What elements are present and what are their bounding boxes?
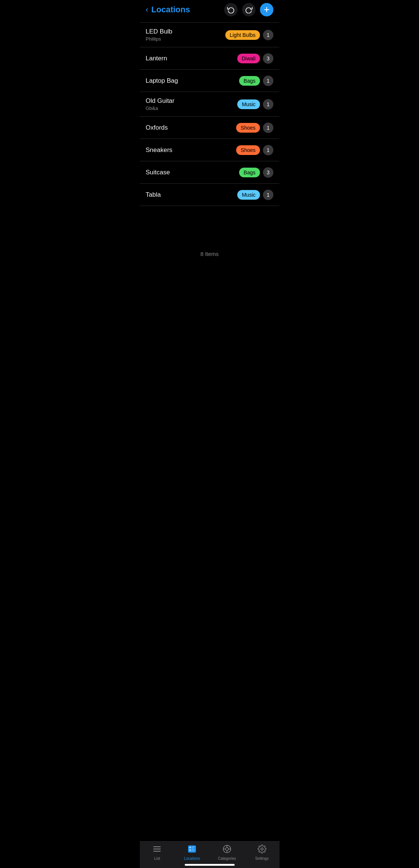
item-subtitle: Phillips [146, 36, 225, 42]
count-badge: 1 [263, 190, 273, 200]
item-info-6: Suitcase [146, 169, 239, 176]
items-count-label: 8 Items [140, 243, 279, 264]
item-info-1: Lantern [146, 55, 237, 62]
count-badge: 3 [263, 167, 273, 178]
count-badge: 1 [263, 99, 273, 110]
item-right: Diwali3 [237, 53, 273, 64]
item-name: LED Bulb [146, 28, 172, 35]
category-badge: Light Bulbs [225, 30, 260, 40]
item-right: Shoes1 [236, 123, 273, 133]
items-list: LED BulbPhillipsLight Bulbs1LanternDiwal… [140, 22, 279, 243]
redo-icon [245, 6, 253, 13]
item-right: Music1 [237, 99, 273, 110]
category-badge: Shoes [236, 145, 260, 155]
count-badge: 1 [263, 123, 273, 133]
item-info-5: Sneakers [146, 146, 236, 154]
item-right: Shoes1 [236, 145, 273, 155]
list-item[interactable]: LanternDiwali3 [140, 47, 279, 70]
category-badge: Music [237, 190, 260, 200]
list-item[interactable]: Old GuitarGb&aMusic1 [140, 92, 279, 117]
list-item[interactable]: SuitcaseBags3 [140, 161, 279, 184]
page-title: Locations [151, 5, 190, 15]
item-name: Tabla [146, 191, 161, 198]
list-item[interactable]: TablaMusic1 [140, 184, 279, 206]
count-badge: 1 [263, 76, 273, 86]
item-name: Lantern [146, 55, 167, 62]
item-right: Light Bulbs1 [225, 30, 273, 40]
redo-button[interactable] [242, 3, 255, 16]
list-item[interactable]: LED BulbPhillipsLight Bulbs1 [140, 22, 279, 47]
add-button[interactable] [260, 3, 273, 16]
category-badge: Diwali [237, 54, 260, 63]
header-actions [224, 3, 273, 16]
item-right: Music1 [237, 190, 273, 200]
item-name: Sneakers [146, 146, 172, 153]
header-left: ‹ Locations [146, 5, 190, 15]
item-info-0: LED BulbPhillips [146, 28, 225, 42]
category-badge: Bags [239, 76, 260, 86]
item-right: Bags3 [239, 167, 273, 178]
item-right: Bags1 [239, 76, 273, 86]
item-name: Laptop Bag [146, 77, 178, 84]
list-item[interactable]: OxfordsShoes1 [140, 117, 279, 139]
category-badge: Bags [239, 168, 260, 177]
item-name: Old Guitar [146, 97, 174, 104]
app-header: ‹ Locations [140, 0, 279, 22]
list-item[interactable]: SneakersShoes1 [140, 139, 279, 161]
item-name: Oxfords [146, 124, 168, 131]
undo-icon [227, 6, 235, 13]
category-badge: Shoes [236, 123, 260, 133]
item-name: Suitcase [146, 169, 170, 176]
undo-button[interactable] [224, 3, 238, 16]
list-item[interactable]: Laptop BagBags1 [140, 70, 279, 92]
add-icon [263, 6, 270, 13]
count-badge: 1 [263, 145, 273, 155]
back-button[interactable]: ‹ [146, 5, 148, 15]
item-subtitle: Gb&a [146, 105, 237, 111]
item-info-2: Laptop Bag [146, 77, 239, 85]
item-info-7: Tabla [146, 191, 237, 199]
item-info-4: Oxfords [146, 124, 236, 132]
category-badge: Music [237, 99, 260, 109]
count-badge: 3 [263, 53, 273, 64]
count-badge: 1 [263, 30, 273, 40]
item-info-3: Old GuitarGb&a [146, 97, 237, 111]
